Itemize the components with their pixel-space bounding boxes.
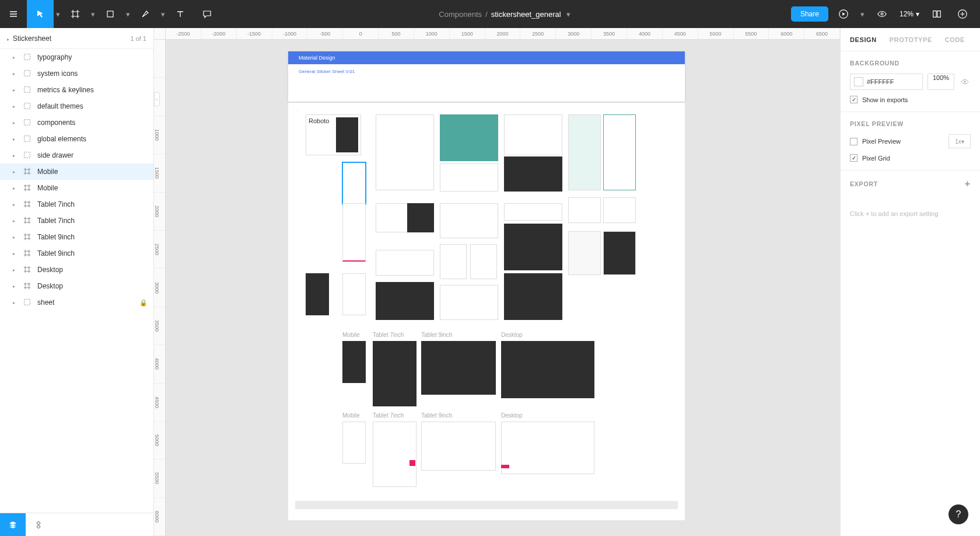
caret-right-icon[interactable]: ▸ [13,202,18,207]
zoom-control[interactable]: 12% ▾ [897,10,922,18]
caret-right-icon[interactable]: ▸ [13,153,18,158]
show-exports-checkbox[interactable] [850,96,858,103]
lock-icon[interactable]: 🔒 [139,299,148,307]
thumb[interactable] [504,273,562,320]
sheet-frame[interactable]: Material Design General Sticker Sheet V.… [288,51,685,102]
frame-tool[interactable] [62,0,89,28]
tab-design[interactable]: DESIGN [850,36,877,43]
caret-right-icon[interactable]: ▸ [13,71,18,76]
view-settings-button[interactable] [872,0,892,28]
move-tool[interactable] [27,0,54,28]
present-button[interactable] [833,0,854,28]
add-export-button[interactable]: + [965,179,971,189]
breadcrumb-current[interactable]: stickersheet_general [491,10,561,19]
thumb[interactable] [568,231,601,275]
caret-right-icon[interactable]: ▸ [13,267,18,273]
pixel-preview-scale[interactable]: 1x ▾ [949,134,971,148]
caret-right-icon[interactable]: ▸ [13,120,18,126]
thumb[interactable] [504,114,562,155]
frame-desktop-2[interactable] [501,422,594,474]
bg-swatch[interactable] [854,77,863,86]
layer-row[interactable]: ▸Desktop [0,278,153,294]
move-tool-dropdown[interactable]: ▾ [54,10,62,19]
layer-row[interactable]: ▸side drawer [0,147,153,163]
share-button[interactable]: Share [791,6,828,22]
layer-row[interactable]: ▸typography [0,49,153,65]
caret-right-icon[interactable]: ▸ [13,186,18,191]
layer-row[interactable]: ▸Mobile [0,163,153,180]
thumb[interactable] [342,273,366,315]
thumb[interactable] [603,231,636,275]
layer-row[interactable]: ▸default themes [0,98,153,114]
frame-tablet-9[interactable] [421,341,496,395]
frame-mobile-2[interactable] [342,422,366,464]
thumb[interactable] [504,203,562,221]
thumb[interactable] [470,244,497,279]
thumb[interactable] [407,203,434,232]
thumb[interactable] [440,114,498,161]
menu-button[interactable] [0,0,27,28]
canvas[interactable]: Material Design General Sticker Sheet V.… [166,40,840,536]
tab-code[interactable]: CODE [945,36,965,43]
bg-hex-input[interactable]: #FFFFFF [850,74,923,90]
frame-tablet-9-2[interactable] [421,422,496,471]
caret-right-icon[interactable]: ▸ [13,55,18,60]
caret-right-icon[interactable]: ▸ [13,218,18,224]
frame-desktop[interactable] [501,341,594,398]
layer-row[interactable]: ▸sheet🔒 [0,294,153,311]
frame-tool-dropdown[interactable]: ▾ [89,10,97,19]
caret-right-icon[interactable]: ▸ [13,235,18,240]
add-button[interactable] [952,0,973,28]
thumb[interactable] [306,273,329,315]
layer-row[interactable]: ▸Tablet 9inch [0,245,153,262]
bg-visibility-toggle[interactable] [959,78,971,86]
file-dropdown[interactable]: ▾ [565,10,573,19]
layer-row[interactable]: ▸Mobile [0,180,153,196]
thumb[interactable] [568,114,601,190]
breadcrumb-parent[interactable]: Components [439,10,482,19]
thumb[interactable] [342,203,366,262]
frame-tablet-7[interactable] [373,341,416,406]
panel-collapse-button[interactable]: ‹ [154,92,160,106]
layer-row[interactable]: ▸global elements [0,131,153,147]
tab-prototype[interactable]: PROTOTYPE [890,36,932,43]
thumb[interactable] [603,197,636,223]
layers-tab-button[interactable] [0,513,26,537]
thumb[interactable] [603,114,636,190]
thumb[interactable] [376,114,434,190]
text-tool[interactable] [167,0,194,28]
thumb[interactable] [376,282,434,320]
sheet-footer[interactable] [295,501,678,509]
caret-right-icon[interactable]: ▸ [13,251,18,256]
layer-row[interactable]: ▸Desktop [0,262,153,278]
library-button[interactable] [926,0,947,28]
caret-right-icon[interactable]: ▸ [13,284,18,289]
frame-mobile[interactable] [342,341,366,383]
page-header[interactable]: ▸Stickersheet 1 of 1 [0,28,153,49]
frame-tablet-7-2[interactable] [373,422,416,487]
layer-row[interactable]: ▸metrics & keylines [0,82,153,98]
thumb[interactable] [504,224,562,270]
shape-tool[interactable] [97,0,124,28]
pixel-grid-checkbox[interactable] [850,154,858,162]
thumb[interactable] [440,203,498,238]
thumb[interactable] [440,285,498,320]
present-dropdown[interactable]: ▾ [859,10,867,19]
thumb-typography[interactable]: Roboto [306,114,361,155]
thumb[interactable] [504,156,562,192]
shape-tool-dropdown[interactable]: ▾ [124,10,132,19]
assets-tab-button[interactable] [26,513,51,537]
thumb[interactable] [568,197,601,223]
thumb[interactable] [440,163,498,192]
pen-tool[interactable] [132,0,159,28]
pixel-preview-checkbox[interactable] [850,138,858,145]
layer-row[interactable]: ▸system icons [0,65,153,82]
layer-row[interactable]: ▸Tablet 9inch [0,229,153,245]
caret-right-icon[interactable]: ▸ [13,137,18,142]
pen-tool-dropdown[interactable]: ▾ [159,10,167,19]
thumb[interactable] [376,250,434,276]
caret-right-icon[interactable]: ▸ [13,88,18,93]
layer-row[interactable]: ▸components [0,114,153,131]
comment-tool[interactable] [194,0,220,28]
frame-mobile-selected[interactable] [342,162,366,204]
